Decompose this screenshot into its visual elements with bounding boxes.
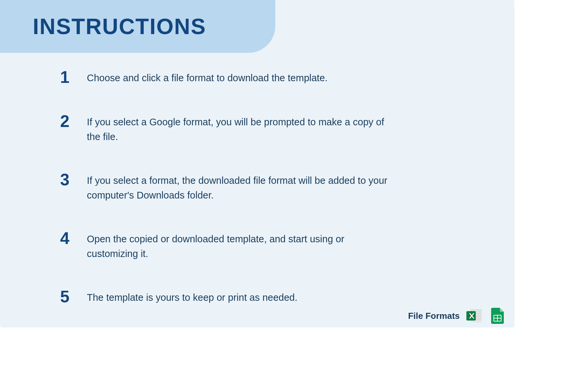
step-text: Choose and click a file format to downlo… bbox=[87, 69, 328, 86]
step-text: If you select a format, the downloaded f… bbox=[87, 171, 388, 203]
step-item: 5 The template is yours to keep or print… bbox=[60, 288, 388, 305]
step-item: 4 Open the copied or downloaded template… bbox=[60, 230, 388, 261]
step-text: If you select a Google format, you will … bbox=[87, 113, 388, 144]
footer: File Formats bbox=[0, 304, 514, 328]
step-number: 4 bbox=[60, 230, 87, 247]
step-number: 1 bbox=[60, 69, 87, 86]
step-number: 3 bbox=[60, 171, 87, 188]
header-band: INSTRUCTIONS bbox=[0, 0, 275, 53]
step-item: 2 If you select a Google format, you wil… bbox=[60, 113, 388, 144]
step-number: 2 bbox=[60, 113, 87, 130]
excel-icon[interactable] bbox=[466, 307, 483, 325]
step-item: 1 Choose and click a file format to down… bbox=[60, 69, 388, 86]
step-text: The template is yours to keep or print a… bbox=[87, 288, 297, 305]
instructions-card: INSTRUCTIONS 1 Choose and click a file f… bbox=[0, 0, 514, 328]
step-item: 3 If you select a format, the downloaded… bbox=[60, 171, 388, 203]
page: INSTRUCTIONS 1 Choose and click a file f… bbox=[0, 0, 588, 381]
header-title: INSTRUCTIONS bbox=[33, 14, 206, 39]
google-sheets-icon[interactable] bbox=[489, 307, 506, 325]
file-formats-label: File Formats bbox=[408, 311, 460, 321]
step-number: 5 bbox=[60, 288, 87, 305]
steps-list: 1 Choose and click a file format to down… bbox=[60, 69, 388, 333]
step-text: Open the copied or downloaded template, … bbox=[87, 230, 388, 261]
